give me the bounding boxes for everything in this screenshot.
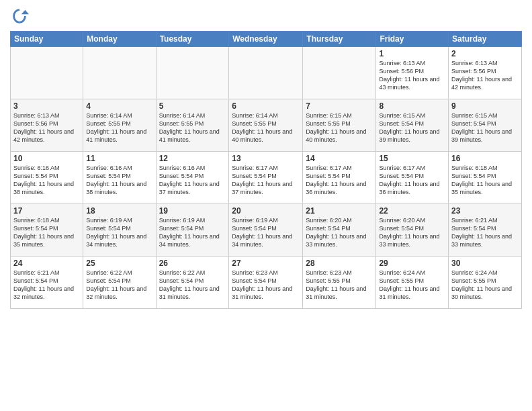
day-number: 1 (379, 49, 445, 58)
calendar-day-cell: 30Sunrise: 6:24 AM Sunset: 5:55 PM Dayli… (449, 257, 522, 309)
calendar-day-cell (83, 47, 156, 99)
calendar-header-monday: Monday (83, 32, 156, 47)
calendar-day-cell: 24Sunrise: 6:21 AM Sunset: 5:54 PM Dayli… (11, 257, 83, 309)
calendar-week-row: 10Sunrise: 6:16 AM Sunset: 5:54 PM Dayli… (11, 152, 522, 204)
calendar-header-saturday: Saturday (449, 32, 522, 47)
day-info: Sunrise: 6:15 AM Sunset: 5:54 PM Dayligh… (379, 111, 445, 144)
day-info: Sunrise: 6:14 AM Sunset: 5:55 PM Dayligh… (159, 111, 226, 144)
day-number: 2 (451, 49, 519, 58)
calendar-day-cell: 20Sunrise: 6:19 AM Sunset: 5:54 PM Dayli… (229, 204, 303, 257)
calendar-day-cell: 9Sunrise: 6:15 AM Sunset: 5:54 PM Daylig… (449, 99, 522, 152)
day-number: 29 (379, 259, 445, 268)
calendar-week-row: 24Sunrise: 6:21 AM Sunset: 5:54 PM Dayli… (11, 257, 522, 309)
calendar-day-cell (11, 47, 83, 99)
calendar-day-cell (229, 47, 303, 99)
calendar-table: SundayMondayTuesdayWednesdayThursdayFrid… (10, 31, 522, 309)
day-number: 30 (451, 259, 519, 268)
day-info: Sunrise: 6:18 AM Sunset: 5:54 PM Dayligh… (451, 164, 519, 197)
page-container: SundayMondayTuesdayWednesdayThursdayFrid… (0, 0, 532, 411)
calendar-week-row: 1Sunrise: 6:13 AM Sunset: 5:56 PM Daylig… (11, 47, 522, 99)
calendar-day-cell: 6Sunrise: 6:14 AM Sunset: 5:55 PM Daylig… (229, 99, 303, 152)
day-number: 10 (13, 154, 80, 163)
calendar-day-cell: 19Sunrise: 6:19 AM Sunset: 5:54 PM Dayli… (156, 204, 229, 257)
calendar-day-cell: 28Sunrise: 6:23 AM Sunset: 5:55 PM Dayli… (303, 257, 376, 309)
calendar-week-row: 17Sunrise: 6:18 AM Sunset: 5:54 PM Dayli… (11, 204, 522, 257)
day-info: Sunrise: 6:13 AM Sunset: 5:56 PM Dayligh… (379, 59, 445, 92)
calendar-day-cell: 3Sunrise: 6:13 AM Sunset: 5:56 PM Daylig… (11, 99, 83, 152)
day-number: 28 (306, 259, 373, 268)
calendar-day-cell: 14Sunrise: 6:17 AM Sunset: 5:54 PM Dayli… (303, 152, 376, 204)
day-info: Sunrise: 6:21 AM Sunset: 5:54 PM Dayligh… (13, 269, 80, 302)
day-info: Sunrise: 6:20 AM Sunset: 5:54 PM Dayligh… (306, 216, 373, 249)
calendar-day-cell: 25Sunrise: 6:22 AM Sunset: 5:54 PM Dayli… (83, 257, 156, 309)
calendar-day-cell: 18Sunrise: 6:19 AM Sunset: 5:54 PM Dayli… (83, 204, 156, 257)
calendar-day-cell: 5Sunrise: 6:14 AM Sunset: 5:55 PM Daylig… (156, 99, 229, 152)
calendar-header-wednesday: Wednesday (229, 32, 303, 47)
day-info: Sunrise: 6:22 AM Sunset: 5:54 PM Dayligh… (159, 269, 226, 302)
day-number: 5 (159, 101, 226, 111)
calendar-header-friday: Friday (376, 32, 449, 47)
logo (10, 7, 32, 26)
day-info: Sunrise: 6:17 AM Sunset: 5:54 PM Dayligh… (379, 164, 445, 197)
day-number: 9 (451, 101, 519, 111)
day-number: 6 (232, 101, 300, 111)
header (10, 7, 522, 26)
day-info: Sunrise: 6:22 AM Sunset: 5:54 PM Dayligh… (86, 269, 152, 302)
day-number: 7 (306, 101, 373, 111)
day-number: 13 (232, 154, 300, 163)
calendar-day-cell: 13Sunrise: 6:17 AM Sunset: 5:54 PM Dayli… (229, 152, 303, 204)
calendar-day-cell: 15Sunrise: 6:17 AM Sunset: 5:54 PM Dayli… (376, 152, 449, 204)
day-info: Sunrise: 6:17 AM Sunset: 5:54 PM Dayligh… (232, 164, 300, 197)
day-number: 26 (159, 259, 226, 268)
day-number: 22 (379, 206, 445, 216)
calendar-day-cell: 7Sunrise: 6:15 AM Sunset: 5:55 PM Daylig… (303, 99, 376, 152)
calendar-day-cell: 27Sunrise: 6:23 AM Sunset: 5:54 PM Dayli… (229, 257, 303, 309)
day-info: Sunrise: 6:21 AM Sunset: 5:54 PM Dayligh… (451, 216, 519, 249)
calendar-day-cell: 29Sunrise: 6:24 AM Sunset: 5:55 PM Dayli… (376, 257, 449, 309)
calendar-week-row: 3Sunrise: 6:13 AM Sunset: 5:56 PM Daylig… (11, 99, 522, 152)
day-number: 14 (306, 154, 373, 163)
day-info: Sunrise: 6:14 AM Sunset: 5:55 PM Dayligh… (232, 111, 300, 144)
calendar-day-cell (156, 47, 229, 99)
day-number: 24 (13, 259, 80, 268)
day-info: Sunrise: 6:23 AM Sunset: 5:54 PM Dayligh… (232, 269, 300, 302)
day-info: Sunrise: 6:19 AM Sunset: 5:54 PM Dayligh… (86, 216, 152, 249)
day-info: Sunrise: 6:17 AM Sunset: 5:54 PM Dayligh… (306, 164, 373, 197)
calendar-header-thursday: Thursday (303, 32, 376, 47)
calendar-day-cell: 4Sunrise: 6:14 AM Sunset: 5:55 PM Daylig… (83, 99, 156, 152)
calendar-day-cell: 16Sunrise: 6:18 AM Sunset: 5:54 PM Dayli… (449, 152, 522, 204)
day-number: 4 (86, 101, 152, 111)
calendar-day-cell: 21Sunrise: 6:20 AM Sunset: 5:54 PM Dayli… (303, 204, 376, 257)
calendar-day-cell: 26Sunrise: 6:22 AM Sunset: 5:54 PM Dayli… (156, 257, 229, 309)
day-info: Sunrise: 6:15 AM Sunset: 5:54 PM Dayligh… (451, 111, 519, 144)
day-info: Sunrise: 6:24 AM Sunset: 5:55 PM Dayligh… (451, 269, 519, 302)
day-number: 17 (13, 206, 80, 216)
day-number: 18 (86, 206, 152, 216)
calendar-header-sunday: Sunday (11, 32, 83, 47)
calendar-day-cell: 10Sunrise: 6:16 AM Sunset: 5:54 PM Dayli… (11, 152, 83, 204)
calendar-day-cell: 17Sunrise: 6:18 AM Sunset: 5:54 PM Dayli… (11, 204, 83, 257)
day-number: 20 (232, 206, 300, 216)
day-number: 25 (86, 259, 152, 268)
calendar-day-cell: 1Sunrise: 6:13 AM Sunset: 5:56 PM Daylig… (376, 47, 449, 99)
day-number: 21 (306, 206, 373, 216)
day-info: Sunrise: 6:19 AM Sunset: 5:54 PM Dayligh… (232, 216, 300, 249)
day-info: Sunrise: 6:13 AM Sunset: 5:56 PM Dayligh… (13, 111, 80, 144)
calendar-day-cell: 23Sunrise: 6:21 AM Sunset: 5:54 PM Dayli… (449, 204, 522, 257)
day-info: Sunrise: 6:24 AM Sunset: 5:55 PM Dayligh… (379, 269, 445, 302)
calendar-header-row: SundayMondayTuesdayWednesdayThursdayFrid… (11, 32, 522, 47)
day-number: 23 (451, 206, 519, 216)
day-info: Sunrise: 6:23 AM Sunset: 5:55 PM Dayligh… (306, 269, 373, 302)
day-info: Sunrise: 6:19 AM Sunset: 5:54 PM Dayligh… (159, 216, 226, 249)
day-info: Sunrise: 6:14 AM Sunset: 5:55 PM Dayligh… (86, 111, 152, 144)
day-number: 19 (159, 206, 226, 216)
calendar-day-cell: 2Sunrise: 6:13 AM Sunset: 5:56 PM Daylig… (449, 47, 522, 99)
day-number: 16 (451, 154, 519, 163)
day-number: 3 (13, 101, 80, 111)
day-number: 12 (159, 154, 226, 163)
day-info: Sunrise: 6:16 AM Sunset: 5:54 PM Dayligh… (86, 164, 152, 197)
calendar-day-cell (303, 47, 376, 99)
calendar-day-cell: 22Sunrise: 6:20 AM Sunset: 5:54 PM Dayli… (376, 204, 449, 257)
calendar-day-cell: 11Sunrise: 6:16 AM Sunset: 5:54 PM Dayli… (83, 152, 156, 204)
day-info: Sunrise: 6:15 AM Sunset: 5:55 PM Dayligh… (306, 111, 373, 144)
